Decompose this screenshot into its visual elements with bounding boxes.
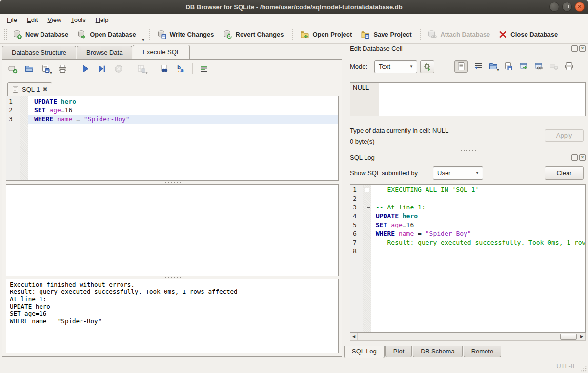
window-title: DB Browser for SQLite - /home/user/code/…	[0, 0, 588, 14]
save-sql-file-icon[interactable]: ▼	[41, 63, 51, 74]
main-toolbar: New Database Open Database ▼ Write Chang…	[0, 25, 588, 44]
close-database-icon	[499, 30, 507, 39]
cell-value-editor[interactable]: NULL	[350, 82, 586, 116]
status-bar: UTF-8	[0, 359, 588, 373]
sql-log-title: SQL Log	[350, 154, 375, 161]
menu-file[interactable]: File	[2, 15, 22, 25]
auto-completion-icon[interactable]: ba	[176, 63, 186, 74]
sql-toolbar-separator	[130, 63, 130, 74]
scrollbar-thumb[interactable]	[560, 334, 577, 340]
save-sql-dropdown-caret[interactable]: ▼	[49, 71, 53, 75]
sql-log-view[interactable]: 12345678 -- EXECUTING ALL IN 'SQL 1'----…	[350, 184, 586, 333]
find-replace-icon[interactable]	[159, 63, 170, 74]
save-project-button[interactable]: Save Project	[356, 27, 416, 41]
editor-results-splitter[interactable]	[6, 181, 339, 184]
new-sql-tab-icon[interactable]	[7, 63, 18, 74]
new-database-label: New Database	[25, 31, 68, 38]
stop-execution-icon[interactable]	[113, 63, 124, 74]
format-sql-icon[interactable]	[199, 63, 209, 74]
save-project-icon	[361, 30, 370, 39]
save-results-dropdown-caret[interactable]: ▼	[145, 71, 148, 75]
menu-tools[interactable]: Tools	[66, 15, 90, 25]
export-cell-data-icon[interactable]	[504, 62, 513, 71]
auto-apply-button[interactable]	[420, 60, 434, 73]
messages-pane[interactable]: Execution finished without errors. Resul…	[6, 279, 339, 353]
maximize-icon	[566, 5, 569, 8]
chevron-down-icon: ▼	[472, 171, 483, 175]
text-document-icon	[457, 62, 465, 71]
execute-current-line-icon[interactable]	[97, 63, 107, 74]
sql-toolbar: ▼ ▼ ba	[7, 63, 209, 74]
dock-splitter[interactable]	[350, 149, 586, 152]
link-window-icon[interactable]	[534, 62, 544, 71]
tab-sql-log[interactable]: SQL Log	[344, 346, 385, 358]
tab-db-schema[interactable]: DB Schema	[413, 346, 462, 357]
new-database-button[interactable]: New Database	[8, 27, 73, 41]
import-cell-data-icon[interactable]: ▼	[488, 62, 498, 71]
set-null-icon[interactable]	[549, 62, 559, 71]
tab-database-structure[interactable]: Database Structure	[2, 46, 76, 59]
tab-plot[interactable]: Plot	[385, 346, 412, 357]
revert-changes-button[interactable]: Revert Changes	[219, 27, 288, 41]
log-filter-combobox[interactable]: User ▼	[433, 166, 483, 180]
svg-text:a: a	[180, 67, 184, 74]
open-external-icon[interactable]	[519, 62, 528, 71]
menu-help[interactable]: Help	[91, 15, 114, 25]
dock-float-icon[interactable]	[571, 45, 578, 52]
word-wrap-icon[interactable]	[473, 62, 483, 71]
mode-combobox[interactable]: Text ▼	[374, 60, 417, 73]
log-horizontal-scrollbar[interactable]: ◀ ▶	[350, 333, 586, 341]
sql-toolbar-separator	[192, 63, 193, 74]
tab-execute-sql[interactable]: Execute SQL	[133, 45, 190, 59]
close-button[interactable]: ✕	[575, 2, 585, 12]
open-project-button[interactable]: Open Project	[296, 27, 357, 41]
execute-sql-panel: ▼ ▼ ba SQL 1 ✖ 123 UPDATE heroSET age=16…	[2, 59, 342, 357]
editor-line-numbers: 123	[6, 96, 20, 180]
sql-toolbar-separator	[74, 63, 74, 74]
apply-button[interactable]: Apply	[545, 129, 584, 142]
title-bar[interactable]: DB Browser for SQLite - /home/user/code/…	[0, 0, 588, 14]
attach-database-button[interactable]: Attach Database	[423, 27, 494, 41]
tab-browse-data[interactable]: Browse Data	[77, 46, 132, 59]
clear-log-button[interactable]: Clear	[545, 166, 584, 180]
resize-grip[interactable]	[580, 365, 587, 372]
revert-changes-label: Revert Changes	[236, 31, 284, 38]
new-database-icon	[13, 30, 22, 39]
scroll-left-icon[interactable]: ◀	[350, 333, 358, 340]
open-database-button[interactable]: Open Database	[73, 27, 141, 41]
fold-collapse-icon[interactable]	[365, 188, 369, 192]
import-dropdown-caret[interactable]: ▼	[496, 68, 500, 72]
editor-code: UPDATE heroSET age=16WHERE name = "Spide…	[28, 97, 338, 180]
close-database-button[interactable]: Close Database	[494, 28, 562, 41]
dock-close-icon[interactable]	[579, 154, 586, 161]
sql-editor-tab[interactable]: SQL 1 ✖	[7, 82, 52, 96]
results-pane[interactable]	[6, 184, 339, 276]
sql-editor[interactable]: 123 UPDATE heroSET age=16WHERE name = "S…	[6, 96, 339, 181]
tab-remote[interactable]: Remote	[464, 346, 502, 357]
open-sql-file-icon[interactable]	[24, 63, 35, 74]
menu-edit[interactable]: Edit	[22, 15, 42, 25]
save-results-icon[interactable]: ▼	[136, 63, 147, 74]
menu-bar: File Edit View Tools Help	[0, 14, 588, 25]
toolbar-separator	[291, 29, 293, 41]
print-icon[interactable]	[57, 63, 68, 74]
text-mode-toggle[interactable]	[454, 60, 468, 73]
cell-value-gutter: NULL	[350, 83, 379, 116]
scroll-right-icon[interactable]: ▶	[578, 333, 585, 340]
write-changes-button[interactable]: Write Changes	[153, 27, 219, 41]
execution-message: Execution finished without errors. Resul…	[6, 279, 338, 326]
revert-changes-icon	[223, 30, 232, 39]
close-tab-icon[interactable]: ✖	[42, 86, 47, 92]
menu-view[interactable]: View	[42, 15, 66, 25]
dock-close-icon[interactable]	[579, 45, 586, 52]
write-changes-icon	[157, 30, 166, 39]
print-cell-icon[interactable]	[564, 62, 574, 71]
open-database-dropdown-caret[interactable]: ▼	[142, 38, 145, 43]
editor-margin	[20, 96, 28, 180]
toolbar-handle[interactable]	[3, 29, 7, 41]
execute-all-icon[interactable]	[80, 63, 91, 74]
maximize-button[interactable]	[562, 2, 572, 12]
sql-file-icon	[12, 86, 19, 93]
dock-float-icon[interactable]	[571, 154, 578, 161]
minimize-button[interactable]: —	[549, 2, 559, 12]
